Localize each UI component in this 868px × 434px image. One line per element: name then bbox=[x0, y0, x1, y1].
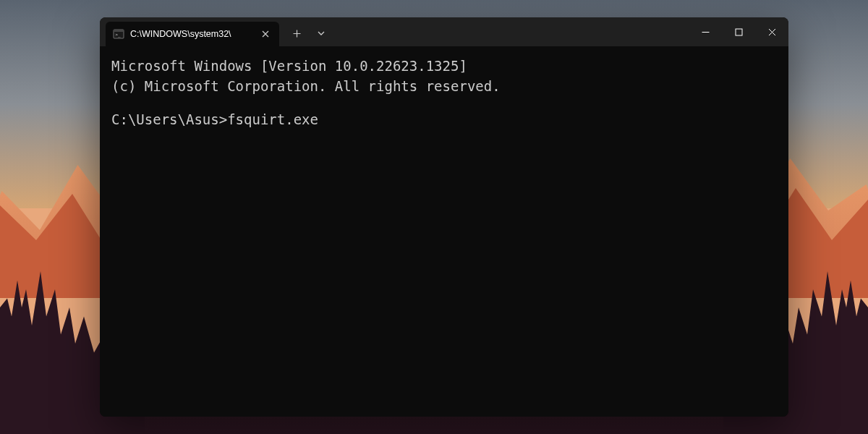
prompt: C:\Users\Asus> bbox=[111, 111, 227, 127]
command-input[interactable]: fsquirt.exe bbox=[227, 111, 318, 127]
window-titlebar[interactable]: >_ C:\WINDOWS\system32\ bbox=[100, 17, 788, 46]
version-line: Microsoft Windows [Version 10.0.22623.13… bbox=[111, 56, 777, 77]
close-button[interactable] bbox=[755, 17, 788, 46]
tab-actions bbox=[279, 17, 333, 46]
cmd-icon: >_ bbox=[113, 28, 124, 40]
maximize-button[interactable] bbox=[722, 17, 755, 46]
copyright-line: (c) Microsoft Corporation. All rights re… bbox=[111, 77, 777, 97]
minimize-button[interactable] bbox=[689, 17, 722, 46]
svg-rect-3 bbox=[736, 29, 742, 35]
terminal-window: >_ C:\WINDOWS\system32\ bbox=[100, 17, 788, 417]
prompt-line: C:\Users\Asus>fsquirt.exe bbox=[111, 110, 777, 130]
svg-text:>_: >_ bbox=[116, 32, 122, 38]
new-tab-button[interactable] bbox=[285, 22, 308, 45]
window-controls bbox=[689, 17, 788, 46]
tab-title: C:\WINDOWS\system32\ bbox=[130, 29, 253, 39]
tab-dropdown-button[interactable] bbox=[310, 22, 333, 45]
tab-close-button[interactable] bbox=[259, 27, 272, 41]
terminal-output[interactable]: Microsoft Windows [Version 10.0.22623.13… bbox=[100, 46, 788, 417]
terminal-tab[interactable]: >_ C:\WINDOWS\system32\ bbox=[106, 22, 279, 46]
